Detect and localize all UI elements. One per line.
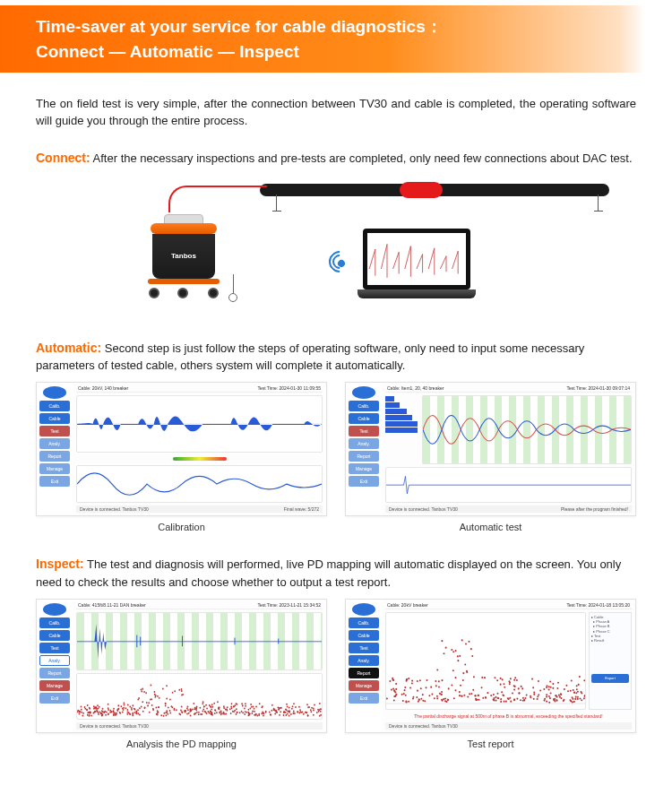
svg-point-596 (570, 690, 572, 692)
svg-rect-7 (278, 638, 279, 643)
response-chart (385, 467, 632, 503)
svg-point-307 (132, 714, 134, 716)
svg-point-455 (567, 690, 569, 692)
svg-point-562 (484, 677, 486, 678)
svg-point-123 (259, 703, 261, 704)
app-logo-icon (352, 386, 375, 399)
damped-sine-chart (76, 465, 323, 503)
svg-point-160 (157, 713, 159, 715)
svg-point-201 (205, 704, 207, 706)
svg-point-387 (306, 712, 308, 713)
svg-point-395 (172, 692, 174, 694)
svg-point-587 (443, 652, 444, 654)
svg-point-671 (502, 678, 504, 680)
svg-point-620 (467, 695, 469, 697)
svg-point-280 (87, 704, 89, 706)
svg-point-350 (165, 703, 167, 704)
svg-point-268 (134, 708, 136, 710)
svg-point-502 (526, 694, 528, 695)
svg-point-98 (311, 707, 313, 709)
svg-point-664 (569, 699, 571, 701)
svg-point-687 (512, 692, 513, 694)
svg-point-59 (93, 708, 95, 710)
svg-point-636 (462, 679, 464, 681)
svg-point-567 (481, 687, 483, 688)
svg-point-134 (229, 708, 231, 710)
inspect-label: Inspect: (36, 557, 84, 571)
svg-point-119 (165, 714, 167, 716)
svg-point-104 (126, 709, 128, 711)
svg-point-434 (435, 685, 437, 687)
svg-point-321 (142, 711, 144, 713)
svg-point-384 (205, 712, 207, 713)
test-time-label: Test Time: 2024-01-18 13:05:20 (566, 602, 630, 608)
svg-point-205 (146, 702, 148, 704)
svg-point-641 (514, 686, 516, 687)
svg-point-595 (523, 699, 525, 701)
sidebar-item: Cable (39, 630, 70, 641)
svg-point-498 (500, 684, 502, 686)
svg-point-343 (181, 688, 183, 690)
svg-point-413 (219, 706, 220, 708)
svg-point-667 (386, 697, 388, 699)
svg-point-152 (157, 695, 159, 696)
svg-point-606 (441, 679, 443, 681)
svg-point-347 (143, 691, 145, 693)
svg-point-404 (202, 708, 204, 710)
svg-point-365 (154, 691, 156, 693)
svg-point-288 (263, 714, 264, 716)
svg-point-398 (317, 709, 319, 711)
svg-point-81 (176, 709, 177, 711)
svg-point-74 (241, 703, 243, 704)
svg-point-136 (202, 710, 203, 712)
svg-point-376 (256, 714, 258, 716)
pd-scatter-chart (76, 673, 323, 720)
svg-point-92 (233, 705, 235, 707)
svg-point-500 (502, 694, 504, 695)
svg-point-76 (154, 696, 156, 698)
svg-point-101 (230, 713, 232, 714)
svg-point-78 (211, 708, 212, 710)
svg-point-581 (557, 682, 559, 684)
svg-point-172 (158, 711, 159, 713)
svg-point-421 (174, 708, 176, 710)
svg-point-610 (496, 693, 498, 695)
svg-point-322 (209, 704, 211, 706)
svg-point-364 (141, 705, 142, 707)
svg-point-446 (546, 695, 547, 697)
svg-point-623 (403, 693, 405, 695)
svg-point-196 (198, 711, 200, 713)
svg-point-471 (494, 677, 495, 678)
warning-message: The partial discharge signal at 500m of … (385, 713, 632, 720)
svg-point-622 (457, 660, 459, 661)
svg-point-468 (550, 687, 552, 688)
svg-point-568 (513, 699, 515, 701)
svg-point-529 (533, 698, 535, 700)
svg-point-481 (546, 694, 547, 695)
svg-point-326 (310, 709, 312, 711)
svg-point-355 (119, 712, 121, 713)
svg-point-588 (573, 689, 574, 691)
svg-point-31 (139, 707, 141, 709)
ground-stake-icon (228, 293, 237, 302)
svg-point-310 (194, 713, 195, 714)
svg-point-539 (443, 698, 444, 700)
svg-point-378 (215, 710, 217, 712)
svg-point-418 (234, 710, 236, 712)
svg-point-29 (163, 714, 165, 716)
automatic-step: Automatic: Second step is just follow th… (36, 340, 636, 376)
sidebar-item: Exit (39, 476, 70, 487)
svg-point-532 (471, 655, 473, 657)
svg-point-174 (321, 708, 322, 710)
svg-point-184 (93, 705, 95, 707)
svg-point-45 (255, 705, 257, 707)
svg-point-331 (81, 705, 82, 707)
svg-point-642 (518, 687, 520, 689)
svg-point-412 (248, 709, 250, 711)
svg-point-173 (244, 707, 246, 709)
svg-point-422 (190, 709, 192, 711)
sidebar-item: Test (349, 643, 379, 653)
automatic-text: Second step is just follow the steps of … (36, 341, 584, 373)
svg-point-294 (253, 705, 254, 707)
svg-point-381 (195, 708, 197, 710)
